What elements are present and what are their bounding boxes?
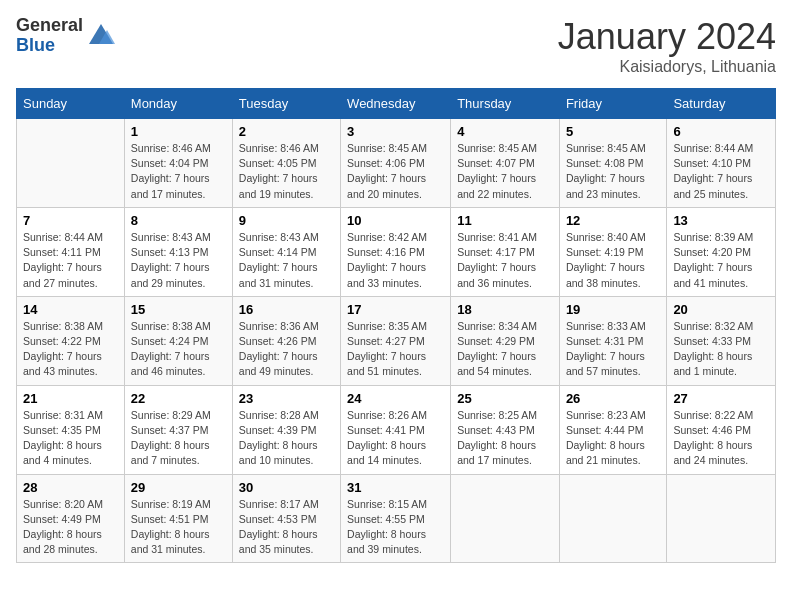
column-header-friday: Friday <box>559 89 667 119</box>
day-info: Sunrise: 8:40 AMSunset: 4:19 PMDaylight:… <box>566 230 661 291</box>
page-header: General Blue January 2024 Kaisiadorys, L… <box>16 16 776 76</box>
calendar-cell: 10Sunrise: 8:42 AMSunset: 4:16 PMDayligh… <box>341 207 451 296</box>
day-info: Sunrise: 8:38 AMSunset: 4:22 PMDaylight:… <box>23 319 118 380</box>
day-info: Sunrise: 8:43 AMSunset: 4:14 PMDaylight:… <box>239 230 334 291</box>
day-number: 26 <box>566 391 661 406</box>
calendar-cell: 12Sunrise: 8:40 AMSunset: 4:19 PMDayligh… <box>559 207 667 296</box>
day-info: Sunrise: 8:46 AMSunset: 4:04 PMDaylight:… <box>131 141 226 202</box>
calendar-cell: 28Sunrise: 8:20 AMSunset: 4:49 PMDayligh… <box>17 474 125 563</box>
calendar-cell: 1Sunrise: 8:46 AMSunset: 4:04 PMDaylight… <box>124 119 232 208</box>
day-number: 16 <box>239 302 334 317</box>
day-number: 4 <box>457 124 553 139</box>
calendar-header-row: SundayMondayTuesdayWednesdayThursdayFrid… <box>17 89 776 119</box>
day-number: 15 <box>131 302 226 317</box>
calendar-week-row: 21Sunrise: 8:31 AMSunset: 4:35 PMDayligh… <box>17 385 776 474</box>
day-info: Sunrise: 8:41 AMSunset: 4:17 PMDaylight:… <box>457 230 553 291</box>
calendar-cell: 7Sunrise: 8:44 AMSunset: 4:11 PMDaylight… <box>17 207 125 296</box>
calendar-cell: 19Sunrise: 8:33 AMSunset: 4:31 PMDayligh… <box>559 296 667 385</box>
day-info: Sunrise: 8:42 AMSunset: 4:16 PMDaylight:… <box>347 230 444 291</box>
calendar-week-row: 28Sunrise: 8:20 AMSunset: 4:49 PMDayligh… <box>17 474 776 563</box>
calendar-cell: 31Sunrise: 8:15 AMSunset: 4:55 PMDayligh… <box>341 474 451 563</box>
day-number: 3 <box>347 124 444 139</box>
logo: General Blue <box>16 16 115 56</box>
calendar-cell: 11Sunrise: 8:41 AMSunset: 4:17 PMDayligh… <box>451 207 560 296</box>
calendar-week-row: 1Sunrise: 8:46 AMSunset: 4:04 PMDaylight… <box>17 119 776 208</box>
day-info: Sunrise: 8:36 AMSunset: 4:26 PMDaylight:… <box>239 319 334 380</box>
day-info: Sunrise: 8:33 AMSunset: 4:31 PMDaylight:… <box>566 319 661 380</box>
logo-icon <box>87 22 115 50</box>
day-number: 28 <box>23 480 118 495</box>
day-number: 9 <box>239 213 334 228</box>
day-number: 19 <box>566 302 661 317</box>
day-info: Sunrise: 8:19 AMSunset: 4:51 PMDaylight:… <box>131 497 226 558</box>
calendar-cell: 29Sunrise: 8:19 AMSunset: 4:51 PMDayligh… <box>124 474 232 563</box>
day-number: 7 <box>23 213 118 228</box>
day-info: Sunrise: 8:45 AMSunset: 4:07 PMDaylight:… <box>457 141 553 202</box>
logo-text: General Blue <box>16 16 83 56</box>
calendar-cell: 22Sunrise: 8:29 AMSunset: 4:37 PMDayligh… <box>124 385 232 474</box>
day-number: 12 <box>566 213 661 228</box>
day-info: Sunrise: 8:15 AMSunset: 4:55 PMDaylight:… <box>347 497 444 558</box>
day-info: Sunrise: 8:44 AMSunset: 4:10 PMDaylight:… <box>673 141 769 202</box>
calendar-cell: 14Sunrise: 8:38 AMSunset: 4:22 PMDayligh… <box>17 296 125 385</box>
day-info: Sunrise: 8:23 AMSunset: 4:44 PMDaylight:… <box>566 408 661 469</box>
title-block: January 2024 Kaisiadorys, Lithuania <box>558 16 776 76</box>
day-number: 6 <box>673 124 769 139</box>
calendar-cell: 26Sunrise: 8:23 AMSunset: 4:44 PMDayligh… <box>559 385 667 474</box>
column-header-sunday: Sunday <box>17 89 125 119</box>
day-number: 25 <box>457 391 553 406</box>
calendar-table: SundayMondayTuesdayWednesdayThursdayFrid… <box>16 88 776 563</box>
day-info: Sunrise: 8:38 AMSunset: 4:24 PMDaylight:… <box>131 319 226 380</box>
calendar-cell: 9Sunrise: 8:43 AMSunset: 4:14 PMDaylight… <box>232 207 340 296</box>
day-info: Sunrise: 8:39 AMSunset: 4:20 PMDaylight:… <box>673 230 769 291</box>
day-info: Sunrise: 8:44 AMSunset: 4:11 PMDaylight:… <box>23 230 118 291</box>
day-info: Sunrise: 8:43 AMSunset: 4:13 PMDaylight:… <box>131 230 226 291</box>
day-number: 5 <box>566 124 661 139</box>
calendar-cell: 4Sunrise: 8:45 AMSunset: 4:07 PMDaylight… <box>451 119 560 208</box>
column-header-tuesday: Tuesday <box>232 89 340 119</box>
day-number: 24 <box>347 391 444 406</box>
calendar-cell: 21Sunrise: 8:31 AMSunset: 4:35 PMDayligh… <box>17 385 125 474</box>
calendar-cell: 2Sunrise: 8:46 AMSunset: 4:05 PMDaylight… <box>232 119 340 208</box>
calendar-cell: 20Sunrise: 8:32 AMSunset: 4:33 PMDayligh… <box>667 296 776 385</box>
calendar-cell: 24Sunrise: 8:26 AMSunset: 4:41 PMDayligh… <box>341 385 451 474</box>
day-info: Sunrise: 8:20 AMSunset: 4:49 PMDaylight:… <box>23 497 118 558</box>
day-info: Sunrise: 8:34 AMSunset: 4:29 PMDaylight:… <box>457 319 553 380</box>
day-number: 22 <box>131 391 226 406</box>
day-number: 2 <box>239 124 334 139</box>
page-title: January 2024 <box>558 16 776 58</box>
day-info: Sunrise: 8:29 AMSunset: 4:37 PMDaylight:… <box>131 408 226 469</box>
column-header-thursday: Thursday <box>451 89 560 119</box>
calendar-cell: 6Sunrise: 8:44 AMSunset: 4:10 PMDaylight… <box>667 119 776 208</box>
day-number: 8 <box>131 213 226 228</box>
calendar-week-row: 7Sunrise: 8:44 AMSunset: 4:11 PMDaylight… <box>17 207 776 296</box>
day-info: Sunrise: 8:26 AMSunset: 4:41 PMDaylight:… <box>347 408 444 469</box>
calendar-cell: 30Sunrise: 8:17 AMSunset: 4:53 PMDayligh… <box>232 474 340 563</box>
calendar-cell: 5Sunrise: 8:45 AMSunset: 4:08 PMDaylight… <box>559 119 667 208</box>
column-header-monday: Monday <box>124 89 232 119</box>
day-info: Sunrise: 8:45 AMSunset: 4:08 PMDaylight:… <box>566 141 661 202</box>
day-info: Sunrise: 8:46 AMSunset: 4:05 PMDaylight:… <box>239 141 334 202</box>
day-number: 10 <box>347 213 444 228</box>
day-info: Sunrise: 8:45 AMSunset: 4:06 PMDaylight:… <box>347 141 444 202</box>
calendar-cell: 8Sunrise: 8:43 AMSunset: 4:13 PMDaylight… <box>124 207 232 296</box>
calendar-cell: 16Sunrise: 8:36 AMSunset: 4:26 PMDayligh… <box>232 296 340 385</box>
day-number: 1 <box>131 124 226 139</box>
day-number: 31 <box>347 480 444 495</box>
calendar-cell: 23Sunrise: 8:28 AMSunset: 4:39 PMDayligh… <box>232 385 340 474</box>
day-number: 30 <box>239 480 334 495</box>
day-info: Sunrise: 8:17 AMSunset: 4:53 PMDaylight:… <box>239 497 334 558</box>
calendar-cell: 17Sunrise: 8:35 AMSunset: 4:27 PMDayligh… <box>341 296 451 385</box>
logo-blue-text: Blue <box>16 36 83 56</box>
day-number: 21 <box>23 391 118 406</box>
day-number: 11 <box>457 213 553 228</box>
calendar-week-row: 14Sunrise: 8:38 AMSunset: 4:22 PMDayligh… <box>17 296 776 385</box>
day-number: 20 <box>673 302 769 317</box>
calendar-cell <box>667 474 776 563</box>
day-number: 18 <box>457 302 553 317</box>
column-header-saturday: Saturday <box>667 89 776 119</box>
page-location: Kaisiadorys, Lithuania <box>558 58 776 76</box>
day-number: 23 <box>239 391 334 406</box>
day-number: 14 <box>23 302 118 317</box>
day-info: Sunrise: 8:25 AMSunset: 4:43 PMDaylight:… <box>457 408 553 469</box>
